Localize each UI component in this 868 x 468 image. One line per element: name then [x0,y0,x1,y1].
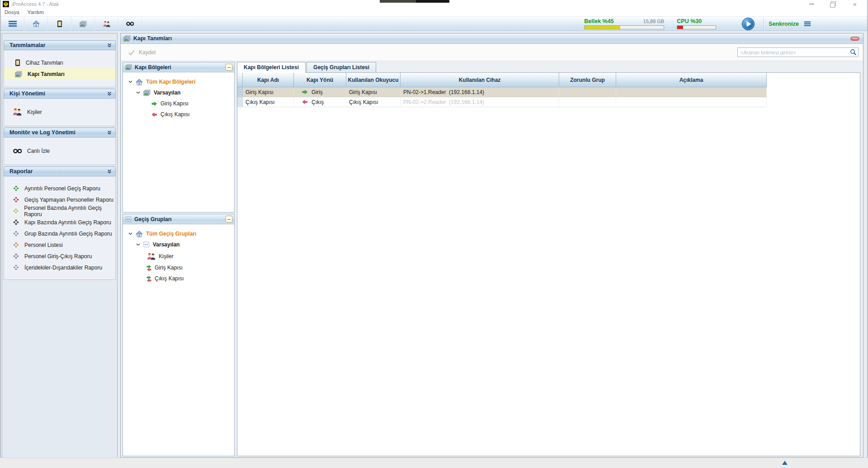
sidebar-item-label: Cihaz Tanımları [26,60,63,66]
tree-node-giris-kapisi[interactable]: Giriş Kapısı [123,98,234,109]
collapse-panel-button[interactable] [226,216,232,222]
tab-label: Geçiş Grupları Listesi [313,64,369,71]
tree-node-varsayilan[interactable]: Varsayılan [123,87,234,98]
doors-icon [123,35,131,42]
tree-node-label: Varsayılan [154,90,180,96]
menu-dosya[interactable]: Dosya [5,9,19,15]
people-button[interactable] [95,17,118,31]
minus-pill-icon[interactable] [850,37,859,41]
report-label: Ayrıntılı Personel Geçiş Raporu [24,185,100,192]
column-header-kullanilan-okuyucu[interactable]: Kullanılan Okuyucu [346,73,401,87]
sidebar-section-tanimlamalar: Tanımlamalar Cihaz Tanımları Kapı Tanıml… [4,40,116,87]
people-icon [146,253,156,260]
tab-strip: Kapı Bölgeleri Listesi Geçiş Grupları Li… [237,62,860,72]
collapse-panel-button[interactable] [226,64,232,71]
play-icon [741,17,755,31]
magnifier-icon[interactable] [850,49,857,56]
sidebar-item-report[interactable]: Geçiş Yapmayan Personeller Raporu [4,194,115,205]
sidebar-item-kapi-tanimlari[interactable]: Kapı Tanımları [4,68,115,80]
tree-node-kisiler[interactable]: Kişiler [123,250,234,262]
cell-kapi-yonu: Çıkış [294,97,346,107]
access-groups-panel: Geçiş Grupları Tüm Geçiş Grupları [123,214,235,456]
minimize-button[interactable] [807,0,816,8]
sidebar: Tanımlamalar Cihaz Tanımları Kapı Tanıml… [2,33,118,458]
door-definitions-button[interactable] [71,17,95,31]
sidebar-item-report[interactable]: İçeridekiler-Dışarıdakiler Raporu [4,262,115,273]
sidebar-item-report[interactable]: Grup Bazında Ayrıntılı Geçiş Raporu [4,228,115,239]
device-icon [57,20,62,28]
search-box [737,47,859,57]
home-button[interactable] [24,17,48,31]
restore-button[interactable] [829,0,837,8]
sidebar-item-canli-izle[interactable]: Canlı İzle [4,145,115,156]
door-zones-panel-header: Kapı Bölgeleri [123,62,234,72]
report-label: Kapı Bazında Ayrıntılı Geçiş Raporu [24,219,111,226]
synchronize-label: Senkronize [769,21,799,27]
table-row-giris-kapisi[interactable]: Giriş Kapısı Giriş Giriş Kapısı PN-02->1… [237,87,860,97]
menu-icon [804,21,811,26]
tab-kapi-bolgeleri-listesi[interactable]: Kapı Bölgeleri Listesi [237,62,306,72]
content-body: Kapı Bölgeleri Tüm Kapı Bölgeleri [121,61,863,457]
double-chevron-down-icon [107,169,112,174]
door-zones-tree: Tüm Kapı Bölgeleri Varsayılan Giriş Kapı… [123,72,234,212]
cell-cihaz: PN-02->1.Reader (192.168.1.14) [401,87,559,97]
column-header-aciklama[interactable]: Açıklama [616,73,767,87]
table-row-cikis-kapisi[interactable]: Çıkış Kapısı Çıkış Çıkış Kapısı PN-02->2… [237,97,860,107]
sidebar-item-kisiler[interactable]: Kişiler [4,106,115,118]
tree-node-giris-kapisi[interactable]: Giriş Kapısı [123,262,234,273]
application-window: iProAccess 4.7 - Atak × Dosya Yardım Bel… [0,0,868,458]
section-header-monitor-log[interactable]: Monitör ve Log Yönetimi [4,128,116,137]
home-icon [136,79,143,85]
sidebar-item-report[interactable]: Kapı Bazında Ayrıntılı Geçiş Raporu [4,217,115,228]
tree-node-label: Giriş Kapısı [155,265,183,271]
title-bar: iProAccess 4.7 - Atak × [1,0,867,8]
cell-kapi-adi: Giriş Kapısı [243,87,294,97]
tree-node-cikis-kapisi[interactable]: Çıkış Kapısı [123,273,234,284]
memory-capacity: 15,88 GB [643,19,664,24]
sidebar-item-report[interactable]: Personel Giriş-Çıkış Raporu [4,251,115,262]
section-header-tanimlamalar[interactable]: Tanımlamalar [4,40,116,50]
tree-node-varsayilan[interactable]: Varsayılan [123,239,234,250]
section-title: Monitör ve Log Yönetimi [9,129,107,136]
cpu-meter: CPU %30 [677,18,716,29]
expander-chevron-icon [128,232,132,235]
section-header-raporlar[interactable]: Raporlar [4,166,116,176]
tree-node-tum-gecis-gruplari[interactable]: Tüm Geçiş Grupları [123,228,234,239]
group-icon [143,241,150,248]
cell-kapi-yonu: Giriş [294,87,346,97]
start-button[interactable] [741,17,755,31]
section-header-kisi-yonetimi[interactable]: Kişi Yönetimi [4,89,116,99]
tab-gecis-gruplari-listesi[interactable]: Geçiş Grupları Listesi [307,62,376,72]
menu-toggle-button[interactable] [1,17,24,31]
cell-kapi-adi: Çıkış Kapısı [243,97,294,107]
arrow-out-icon [151,112,157,117]
tree-node-tum-kapi-bolgeleri[interactable]: Tüm Kapı Bölgeleri [123,76,234,87]
report-diamond-icon [13,231,19,236]
sidebar-item-report[interactable]: Ayrıntılı Personel Geçiş Raporu [4,183,115,194]
column-header-kullanilan-cihaz[interactable]: Kullanılan Cihaz [401,73,559,87]
search-input[interactable] [737,47,859,57]
column-header-kapi-yonu[interactable]: Kapı Yönü [294,73,346,87]
arrow-inout-icon [146,265,151,271]
people-icon [12,108,22,116]
save-button[interactable]: Kaydet [125,48,158,57]
close-button[interactable]: × [851,0,859,8]
list-region: Kapı Bölgeleri Listesi Geçiş Grupları Li… [237,62,860,456]
content-area: Kapı Tanımları Kaydet [120,33,863,458]
menu-yardim[interactable]: Yardım [28,9,44,15]
gutter-header-cell [237,73,243,87]
tree-node-cikis-kapisi[interactable]: Çıkış Kapısı [123,109,234,120]
sidebar-item-cihaz-tanimlari[interactable]: Cihaz Tanımları [4,57,115,68]
sidebar-item-report[interactable]: Personel Bazında Ayrıntılı Geçiş Raporu [4,205,115,217]
column-header-kapi-adi[interactable]: Kapı Adı [243,73,294,87]
synchronize-button[interactable]: Senkronize [769,21,867,27]
device-definitions-button[interactable] [48,17,71,31]
cell-zorunlu-grup [559,97,616,107]
tab-label: Kapı Bölgeleri Listesi [244,64,299,71]
home-icon [136,231,143,237]
sidebar-item-report[interactable]: Personel Listesi [4,239,115,251]
live-monitor-button[interactable] [118,17,142,31]
up-arrow-icon[interactable] [782,461,788,465]
column-header-zorunlu-grup[interactable]: Zorunlu Grup [559,73,616,87]
tree-node-label: Tüm Geçiş Grupları [146,231,196,237]
